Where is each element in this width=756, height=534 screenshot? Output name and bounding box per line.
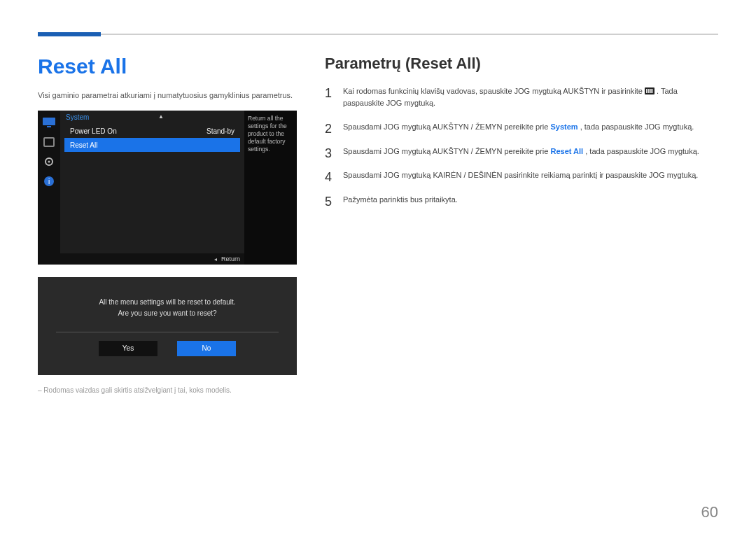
- confirm-message-line1: All the menu settings will be reset to d…: [56, 297, 279, 308]
- confirm-message-line2: Are you sure you want to reset?: [56, 308, 279, 319]
- right-column: Parametrų (Reset All) Kai rodomas funkci…: [325, 55, 718, 394]
- subsection-title: Parametrų (Reset All): [325, 55, 718, 73]
- info-icon: i: [42, 175, 56, 188]
- intro-text: Visi gaminio parametrai atkuriami į numa…: [38, 91, 304, 99]
- gear-icon: [42, 155, 56, 168]
- chevron-up-icon: ▲: [158, 113, 164, 120]
- highlight-reset-all: Reset All: [551, 147, 584, 155]
- step-text: , tada paspauskite JOG mygtuką.: [585, 147, 699, 155]
- step-4: Spausdami JOG mygtuką KAIRĖN / DEŠINĖN p…: [325, 169, 718, 181]
- osd-row-reset-all: Reset All: [64, 138, 240, 152]
- highlight-system: System: [551, 122, 578, 131]
- step-text: Kai rodomas funkcinių klavišų vadovas, s…: [343, 87, 645, 95]
- divider: [56, 332, 279, 332]
- osd-row-label: Reset All: [70, 141, 97, 149]
- osd-sidebar: i: [38, 111, 60, 265]
- svg-rect-1: [47, 126, 51, 127]
- osd-header: System ▲: [60, 111, 244, 124]
- back-triangle-icon: ◂: [214, 256, 217, 262]
- osd-tooltip: Return all the settings for the product …: [244, 111, 297, 265]
- return-label: Return: [221, 255, 240, 262]
- svg-rect-0: [43, 118, 55, 125]
- step-3: Spausdami JOG mygtuką AUKŠTYN / ŽEMYN pe…: [325, 146, 718, 157]
- osd-row-power-led: Power LED On Stand-by: [64, 124, 240, 138]
- step-text: Spausdami JOG mygtuką KAIRĖN / DEŠINĖN p…: [343, 171, 698, 179]
- svg-point-4: [48, 161, 50, 163]
- top-rule: [38, 34, 718, 35]
- screen-icon: [42, 116, 56, 129]
- svg-rect-2: [44, 138, 54, 146]
- osd-menu-screenshot: i System ▲ Power LED On Stand-by: [38, 111, 297, 265]
- osd-confirm-screenshot: All the menu settings will be reset to d…: [38, 277, 297, 375]
- osd-row-value: Stand-by: [206, 127, 234, 135]
- step-1: Kai rodomas funkcinių klavišų vadovas, s…: [325, 85, 718, 108]
- step-text: , tada paspauskite JOG mygtuką.: [580, 122, 694, 131]
- no-button[interactable]: No: [177, 341, 236, 356]
- page-number: 60: [701, 503, 718, 521]
- left-column: Reset All Visi gaminio parametrai atkuri…: [38, 55, 304, 394]
- yes-button[interactable]: Yes: [99, 341, 158, 356]
- footnote: Rodomas vaizdas gali skirtis atsižvelgia…: [38, 386, 304, 394]
- osd-row-label: Power LED On: [70, 127, 117, 135]
- step-2: Spausdami JOG mygtuką AUKŠTYN / ŽEMYN pe…: [325, 121, 718, 133]
- svg-text:i: i: [48, 178, 50, 185]
- step-text: Pažymėta parinktis bus pritaikyta.: [343, 195, 458, 204]
- osd-header-label: System: [66, 113, 89, 121]
- square-icon: [42, 136, 56, 148]
- step-text: Spausdami JOG mygtuką AUKŠTYN / ŽEMYN pe…: [343, 122, 551, 131]
- step-5: Pažymėta parinktis bus pritaikyta.: [325, 194, 718, 206]
- step-text: Spausdami JOG mygtuką AUKŠTYN / ŽEMYN pe…: [343, 147, 551, 155]
- osd-footer: ◂ Return: [60, 253, 244, 265]
- menu-icon: [645, 87, 654, 94]
- section-title: Reset All: [38, 55, 304, 78]
